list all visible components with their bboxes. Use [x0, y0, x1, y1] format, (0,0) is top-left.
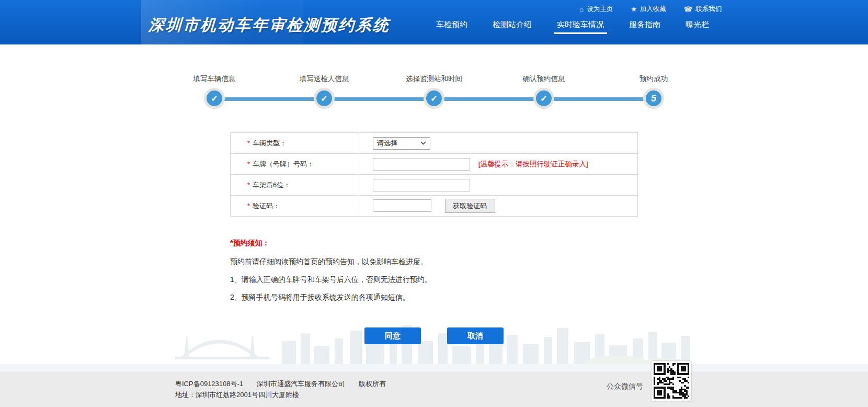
vin-last6-input[interactable]: [373, 179, 470, 191]
star-icon: ★: [631, 6, 637, 13]
set-homepage-label: 设为主页: [587, 5, 613, 14]
form-actions: 同意 取消: [230, 327, 638, 344]
plate-number-control-cell: [温馨提示：请按照行驶证正确录入]: [359, 154, 638, 175]
required-asterisk: *: [247, 202, 250, 210]
plate-number-hint: [温馨提示：请按照行驶证正确录入]: [478, 160, 588, 168]
captcha-label-cell: *验证码：: [231, 196, 359, 217]
get-captcha-button[interactable]: 获取验证码: [445, 199, 495, 213]
cancel-button[interactable]: 取消: [447, 327, 504, 344]
notice-line: 预约前请仔细阅读预约首页的预约告知，以免影响车检进度。: [230, 257, 638, 267]
phone-icon: ☎: [684, 6, 692, 13]
required-asterisk: *: [247, 139, 250, 147]
main-nav: 车检预约 检测站介绍 实时验车情况 服务指南 曝光栏: [424, 15, 722, 36]
vehicle-type-label-cell: *车辆类型：: [231, 133, 359, 154]
step-label: 填写车辆信息: [193, 74, 236, 85]
chevron-down-icon: [420, 141, 426, 145]
step-label: 选择监测站和时间: [406, 74, 462, 85]
step-fill-vehicle-info: 填写车辆信息 ✓: [159, 74, 269, 106]
topbar: ⌂ 设为主页 ★ 加入收藏 ☎ 联系我们: [146, 0, 722, 14]
required-asterisk: *: [247, 160, 250, 168]
add-favorite-link[interactable]: ★ 加入收藏: [631, 4, 666, 14]
nav-item-exposure-board[interactable]: 曝光栏: [673, 15, 722, 36]
form-table: *车辆类型： 请选择 *车牌（号牌）号码： [温馨提示：请按照行驶证正确录入]: [230, 132, 638, 217]
captcha-control-cell: 获取验证码: [359, 196, 638, 217]
step-confirm-booking-info: 确认预约信息 ✓: [489, 74, 599, 106]
site-header: ⌂ 设为主页 ★ 加入收藏 ☎ 联系我们 深圳市机动车年审检测预约系统 车检预约…: [0, 0, 868, 44]
vin-last6-control-cell: [359, 175, 638, 196]
vehicle-type-control-cell: 请选择: [359, 133, 638, 154]
step-booking-success: 预约成功 5: [599, 74, 709, 106]
site-title: 深圳市机动车年审检测预约系统: [146, 15, 391, 36]
wechat-account-label: 公众微信号: [607, 382, 643, 391]
wechat-qr-code: [652, 361, 691, 401]
vin-last6-label: 车架后6位：: [253, 181, 290, 189]
vehicle-type-select[interactable]: 请选择: [373, 137, 430, 150]
check-icon: ✓: [321, 94, 328, 103]
home-icon: ⌂: [579, 6, 584, 13]
nav-item-service-guide[interactable]: 服务指南: [616, 15, 673, 36]
step-label: 预约成功: [639, 74, 668, 85]
check-icon: ✓: [211, 94, 218, 103]
step-label: 确认预约信息: [523, 74, 565, 85]
table-row-vehicle-type: *车辆类型： 请选择: [231, 133, 638, 154]
step-circle-number: 5: [646, 91, 661, 106]
step-circle-completed: ✓: [536, 91, 552, 106]
vehicle-type-selected-value: 请选择: [377, 139, 397, 148]
step-fill-inspector-info: 填写送检人信息 ✓: [269, 74, 379, 106]
required-asterisk: *: [247, 181, 250, 189]
captcha-input[interactable]: [373, 199, 431, 212]
agree-button[interactable]: 同意: [364, 327, 421, 344]
add-favorite-label: 加入收藏: [640, 5, 666, 14]
step-number: 5: [651, 94, 656, 103]
set-homepage-link[interactable]: ⌂ 设为主页: [579, 4, 613, 14]
notice-line: 2、预留手机号码将用于接收系统发送的各项通知短信。: [230, 293, 638, 302]
check-icon: ✓: [430, 94, 438, 103]
table-row-captcha: *验证码： 获取验证码: [231, 196, 638, 217]
site-footer: 粤ICP备09123108号-1深圳市通盛汽车服务有限公司版权所有 地址：深圳市…: [0, 371, 868, 407]
table-row-vin-last6: *车架后6位：: [231, 175, 638, 196]
step-label: 填写送检人信息: [300, 74, 349, 85]
vehicle-type-label: 车辆类型：: [253, 139, 287, 147]
nav-item-realtime-inspection-status[interactable]: 实时验车情况: [544, 15, 616, 36]
company-name: 深圳市通盛汽车服务有限公司: [257, 380, 345, 388]
notice-line: 1、请输入正确的车牌号和车架号后六位，否则无法进行预约。: [230, 275, 638, 285]
step-circle-completed: ✓: [207, 91, 222, 106]
page: ⌂ 设为主页 ★ 加入收藏 ☎ 联系我们 深圳市机动车年审检测预约系统 车检预约…: [0, 0, 868, 407]
nav-item-station-introduction[interactable]: 检测站介绍: [480, 15, 544, 36]
steps-progress: 填写车辆信息 ✓ 填写送检人信息 ✓ 选择监测站和时间 ✓ 确认预约信息: [159, 74, 709, 109]
captcha-label: 验证码：: [253, 202, 280, 210]
table-row-plate-number: *车牌（号牌）号码： [温馨提示：请按照行驶证正确录入]: [231, 154, 638, 175]
plate-number-input[interactable]: [373, 158, 470, 171]
step-circle-completed: ✓: [316, 91, 332, 106]
nav-item-vehicle-inspection-booking[interactable]: 车检预约: [424, 15, 480, 36]
check-icon: ✓: [540, 94, 547, 103]
step-choose-station-time: 选择监测站和时间 ✓: [379, 74, 489, 106]
vin-last6-label-cell: *车架后6位：: [231, 175, 359, 196]
copyright-text: 版权所有: [359, 380, 386, 388]
qr-code-pattern: [654, 363, 689, 399]
plate-number-label: 车牌（号牌）号码：: [253, 160, 314, 168]
booking-form: *车辆类型： 请选择 *车牌（号牌）号码： [温馨提示：请按照行驶证正确录入]: [230, 132, 638, 344]
contact-us-link[interactable]: ☎ 联系我们: [684, 4, 722, 14]
step-circle-completed: ✓: [426, 91, 442, 106]
notice-title: *预约须知：: [230, 239, 638, 248]
icp-number: 粤ICP备09123108号-1: [175, 380, 243, 388]
plate-number-label-cell: *车牌（号牌）号码：: [231, 154, 359, 175]
contact-us-label: 联系我们: [695, 5, 722, 14]
booking-notice: *预约须知： 预约前请仔细阅读预约首页的预约告知，以免影响车检进度。 1、请输入…: [230, 239, 638, 302]
